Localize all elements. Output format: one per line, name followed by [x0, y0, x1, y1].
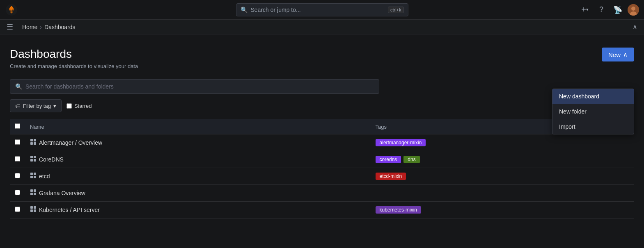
- table-row: Grafana Overview: [10, 185, 634, 202]
- svg-rect-6: [30, 156, 33, 158]
- menu-icon[interactable]: ☰: [7, 23, 13, 32]
- tag-badge[interactable]: coredns: [376, 156, 401, 163]
- table-row: etcdetcd-mixin: [10, 168, 634, 185]
- svg-rect-14: [30, 189, 33, 192]
- starred-label: Starred: [74, 103, 92, 109]
- svg-rect-21: [34, 209, 36, 212]
- tag-badge[interactable]: etcd-mixin: [376, 173, 406, 180]
- add-button[interactable]: + ▾: [578, 3, 591, 16]
- new-button[interactable]: New ∧: [602, 48, 634, 61]
- dashboard-name[interactable]: CoreDNS: [39, 156, 64, 163]
- global-search-bar[interactable]: 🔍 Search or jump to... ctrl+k: [236, 3, 408, 16]
- dashboard-name[interactable]: etcd: [39, 173, 50, 180]
- svg-rect-16: [30, 193, 33, 195]
- table-header-row: Name Tags: [10, 119, 634, 134]
- svg-rect-2: [30, 139, 33, 141]
- dashboard-name-cell: Kubernetes / API server: [30, 206, 366, 214]
- dashboard-search-bar[interactable]: 🔍: [10, 79, 379, 94]
- svg-rect-5: [34, 142, 36, 145]
- svg-rect-18: [30, 206, 33, 209]
- filter-tag-chevron: ▾: [53, 103, 56, 109]
- top-nav: 🔍 Search or jump to... ctrl+k + ▾ ? 📡: [0, 0, 644, 20]
- row-checkbox[interactable]: [15, 139, 20, 145]
- dashboard-name-cell: CoreDNS: [30, 155, 366, 164]
- dropdown-item-new-folder[interactable]: New folder: [552, 104, 634, 119]
- plus-icon: +: [581, 5, 586, 14]
- dropdown-item-new-dashboard[interactable]: New dashboard: [552, 89, 634, 104]
- breadcrumb-separator: ›: [40, 24, 42, 30]
- tag-badge[interactable]: alertmanager-mixin: [376, 139, 426, 146]
- new-dropdown-menu: New dashboard New folder Import: [552, 89, 634, 134]
- table-row: CoreDNScorednsdns: [10, 151, 634, 168]
- new-dashboard-label: New dashboard: [559, 93, 599, 100]
- svg-rect-7: [34, 156, 36, 158]
- import-label: Import: [559, 123, 575, 130]
- top-nav-left: [5, 3, 18, 16]
- dashboard-grid-icon: [30, 206, 37, 214]
- dashboard-name[interactable]: Grafana Overview: [39, 190, 85, 196]
- svg-rect-19: [34, 206, 36, 209]
- dashboard-table-wrapper: Name Tags Alertmanager / Overviewalertma…: [10, 119, 634, 218]
- top-nav-right: + ▾ ? 📡: [578, 3, 639, 16]
- breadcrumb-collapse-icon[interactable]: ∧: [633, 23, 637, 31]
- page-header: Dashboards Create and manage dashboards …: [10, 48, 634, 69]
- question-icon: ?: [599, 5, 603, 14]
- dropdown-item-import[interactable]: Import: [552, 119, 634, 134]
- table-header-checkbox: [10, 119, 25, 134]
- user-avatar[interactable]: [628, 4, 639, 16]
- search-bar-placeholder: Search or jump to...: [251, 7, 385, 13]
- dashboard-search-row: 🔍: [10, 79, 634, 94]
- dashboard-name-cell: Grafana Overview: [30, 189, 366, 197]
- dashboard-tags-cell: kubernetes-mixin: [371, 202, 634, 218]
- page-title-block: Dashboards Create and manage dashboards …: [10, 48, 138, 69]
- svg-rect-3: [34, 139, 36, 141]
- filter-by-tag-button[interactable]: 🏷 Filter by tag ▾: [10, 99, 62, 112]
- page-title: Dashboards: [10, 48, 138, 61]
- dashboard-name[interactable]: Alertmanager / Overview: [39, 139, 102, 146]
- chevron-down-icon: ▾: [586, 7, 589, 12]
- row-checkbox[interactable]: [15, 190, 20, 195]
- row-checkbox[interactable]: [15, 207, 20, 212]
- starred-checkbox[interactable]: [66, 103, 72, 109]
- dashboard-grid-icon: [30, 172, 37, 180]
- page-subtitle: Create and manage dashboards to visualiz…: [10, 63, 138, 69]
- help-button[interactable]: ?: [595, 3, 608, 16]
- dashboard-table: Name Tags Alertmanager / Overviewalertma…: [10, 119, 634, 218]
- rss-icon: 📡: [613, 5, 622, 14]
- breadcrumb-current: Dashboards: [44, 24, 76, 30]
- filter-row: 🏷 Filter by tag ▾ Starred ⊟ ☰ ⇅ Sort: [10, 99, 634, 113]
- tag-badge[interactable]: dns: [403, 156, 419, 163]
- table-header: Name Tags: [10, 119, 634, 134]
- dashboard-grid-icon: [30, 139, 37, 147]
- svg-rect-4: [30, 142, 33, 145]
- dashboard-table-body: Alertmanager / Overviewalertmanager-mixi…: [10, 134, 634, 218]
- breadcrumb-home[interactable]: Home: [22, 24, 37, 30]
- dashboard-name-cell: Alertmanager / Overview: [30, 139, 366, 147]
- breadcrumb: Home › Dashboards: [22, 24, 76, 30]
- dashboard-tags-cell: [371, 185, 634, 202]
- row-checkbox[interactable]: [15, 173, 20, 178]
- starred-filter[interactable]: Starred: [66, 103, 92, 109]
- svg-rect-8: [30, 159, 33, 162]
- dashboard-search-input[interactable]: [25, 83, 374, 90]
- dashboard-name[interactable]: Kubernetes / API server: [39, 207, 100, 213]
- new-button-chevron: ∧: [623, 51, 628, 58]
- dashboard-grid-icon: [30, 189, 37, 197]
- main-content: Dashboards Create and manage dashboards …: [0, 34, 644, 228]
- dashboard-tags-cell: alertmanager-mixin: [371, 134, 634, 151]
- search-icon: 🔍: [241, 7, 248, 13]
- search-shortcut: ctrl+k: [388, 7, 404, 13]
- news-button[interactable]: 📡: [611, 3, 624, 16]
- grafana-logo[interactable]: [5, 3, 18, 16]
- dashboard-tags-cell: etcd-mixin: [371, 168, 634, 185]
- filter-tag-label: Filter by tag: [23, 103, 51, 109]
- new-folder-label: New folder: [559, 108, 587, 115]
- tag-badge[interactable]: kubernetes-mixin: [376, 206, 421, 214]
- row-checkbox[interactable]: [15, 156, 20, 162]
- search-icon: 🔍: [15, 83, 22, 90]
- table-row: Alertmanager / Overviewalertmanager-mixi…: [10, 134, 634, 151]
- dashboard-tags-cell: corednsdns: [371, 151, 634, 168]
- dashboard-grid-icon: [30, 155, 37, 164]
- select-all-checkbox[interactable]: [15, 123, 20, 129]
- svg-rect-12: [30, 176, 33, 178]
